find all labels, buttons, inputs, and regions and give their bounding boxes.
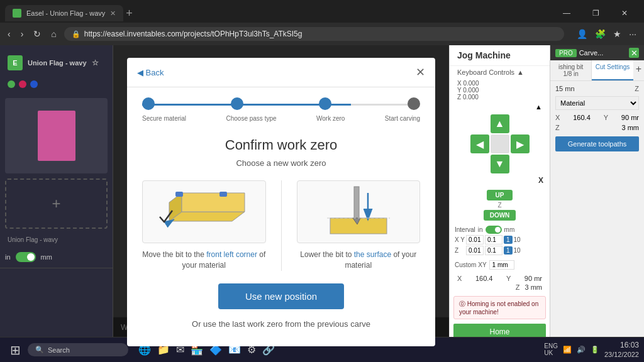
wifi-icon[interactable]: 📶 <box>563 346 572 354</box>
carve-label[interactable]: Carve... <box>579 49 604 57</box>
z-down-button[interactable]: DOWN <box>484 210 516 221</box>
step-start-carving <box>408 97 420 110</box>
x-coord-display: X 0.000 <box>457 80 542 87</box>
clock-display[interactable]: 16:03 23/12/2022 <box>604 341 639 359</box>
browser-tab[interactable]: Easel - Union Flag - wavy ✕ <box>5 5 123 21</box>
z-1-selected[interactable]: 1 <box>504 246 513 255</box>
coords-display: X 0.000 Y 0.000 Z 0.000 <box>450 79 550 102</box>
refresh-button[interactable]: ↻ <box>31 26 43 41</box>
pos-z-label: Z <box>516 283 520 291</box>
step-cards: Move the bit to the front left corner of… <box>142 180 420 271</box>
xy-001-input[interactable] <box>466 235 484 244</box>
add-cut-button[interactable]: + <box>633 60 644 80</box>
extensions-button[interactable]: 🧩 <box>592 26 608 41</box>
keyboard-controls-label: Keyboard Controls <box>457 69 514 76</box>
coord-y-label: Y <box>604 114 608 121</box>
battery-icon[interactable]: 🔋 <box>591 346 599 354</box>
use-new-position-button[interactable]: Use new position <box>218 283 344 309</box>
card2-image <box>297 180 421 243</box>
cut-settings-panel: PRO Carve... ✕ ishing bit 1/8 in Cut Set… <box>550 45 644 337</box>
y-plus-button[interactable]: ▲ <box>491 114 509 133</box>
start-button[interactable]: ⊞ <box>5 340 25 360</box>
modal-back-button[interactable]: ◀ Back <box>137 68 164 77</box>
lock-icon: 🔒 <box>72 30 80 38</box>
new-tab-button[interactable]: + <box>126 7 133 20</box>
date-display: 23/12/2022 <box>604 350 639 359</box>
keyboard-controls-toggle[interactable]: Keyboard Controls ▲ <box>450 66 550 79</box>
coord-y-val: 90 mr <box>621 114 639 121</box>
add-workpiece-button[interactable]: + <box>5 178 108 229</box>
xy-01-input[interactable] <box>485 235 502 244</box>
canvas-preview <box>5 98 108 173</box>
xy-1-selected[interactable]: 1 <box>504 236 513 244</box>
more-button[interactable]: ··· <box>626 26 639 41</box>
volume-icon[interactable]: 🔊 <box>577 346 586 354</box>
tab-cut-settings[interactable]: Cut Settings <box>592 60 633 80</box>
unit-mm-label: mm <box>41 253 52 261</box>
xy-10-label[interactable]: 10 <box>514 236 521 243</box>
tab-bit-settings[interactable]: ishing bit 1/8 in <box>550 60 592 80</box>
star-icon[interactable]: ☆ <box>92 58 99 67</box>
or-use-last-zero-text: Or use the last work zero from the previ… <box>142 319 420 336</box>
color-dots <box>0 75 113 93</box>
collapse-icon: ▲ <box>535 103 542 111</box>
z-up-button[interactable]: UP <box>487 190 513 200</box>
left-sidebar: E Union Flag - wavy ☆ + Union Flag - wav… <box>0 45 113 337</box>
minimize-button[interactable]: — <box>552 2 581 25</box>
step-label-zero: Work zero <box>316 115 345 122</box>
svg-rect-8 <box>354 187 359 218</box>
favorites-button[interactable]: ★ <box>611 26 624 41</box>
custom-xy-input[interactable] <box>489 260 514 270</box>
jog-title-row: Jog Machine <box>450 45 550 66</box>
modal-header: ◀ Back ✕ <box>127 58 435 87</box>
bit-size: 1/8 in <box>563 70 578 77</box>
cut-settings-label: Cut Settings <box>596 63 630 70</box>
url-bar[interactable]: 🔒 https://easel.inventables.com/projects… <box>64 27 565 41</box>
card-divider <box>281 180 282 271</box>
card2-svg <box>318 180 399 243</box>
position-coords: X 160.4 Y 90 mr Z 3 mm <box>450 272 550 293</box>
step-label-pass: Choose pass type <box>226 115 276 122</box>
unit-toggle[interactable] <box>16 252 36 262</box>
keyboard-layout: ENGUK <box>544 343 558 356</box>
carve-icon[interactable]: ✕ <box>629 48 639 58</box>
modal-subtitle: Choose a new work zero <box>142 158 420 168</box>
z-001-input[interactable] <box>466 246 484 255</box>
in-mm-toggle[interactable] <box>486 226 502 234</box>
home-button[interactable]: Home <box>453 324 546 337</box>
x-plus-button[interactable]: ▶ <box>511 134 530 153</box>
pos-x-label: X <box>457 275 462 282</box>
y-minus-button[interactable]: ▼ <box>491 155 509 173</box>
x-minus-button[interactable]: ◀ <box>470 134 489 153</box>
z-10-label[interactable]: 10 <box>514 247 521 254</box>
z-controls: UP Z DOWN <box>450 187 550 223</box>
z-01-input[interactable] <box>485 246 502 255</box>
close-button[interactable]: ✕ <box>610 2 639 25</box>
custom-xy-label: Custom XY <box>455 261 487 268</box>
interval-section: Interval in mm X Y 1 10 Z 1 10 <box>450 223 550 258</box>
card1-text: Move the bit to the front left corner of… <box>142 250 266 271</box>
profile-button[interactable]: 👤 <box>574 26 590 41</box>
material-select[interactable]: Material <box>555 96 639 110</box>
back-nav-button[interactable]: ‹ <box>5 26 13 41</box>
generate-toolpaths-button[interactable]: Generate toolpaths <box>555 136 639 151</box>
pos-z-value: 3 mm <box>525 283 543 291</box>
time-display: 16:03 <box>604 341 639 351</box>
taskbar-right: ENGUK 📶 🔊 🔋 16:03 23/12/2022 <box>544 341 639 359</box>
xy-label: X Y <box>455 236 465 243</box>
restore-button[interactable]: ❐ <box>581 2 610 25</box>
home-button[interactable]: ⌂ <box>48 26 58 41</box>
forward-nav-button[interactable]: › <box>18 26 26 41</box>
modal-close-button[interactable]: ✕ <box>416 65 425 79</box>
collapse-button[interactable]: ▲ <box>450 102 550 112</box>
step-secure-material <box>142 97 155 110</box>
search-icon: 🔍 <box>35 346 44 354</box>
jog-title: Jog Machine <box>457 50 511 60</box>
search-bar[interactable]: 🔍 Search <box>28 343 128 356</box>
union-flag-label: Union Flag - wavy <box>0 234 113 246</box>
tab-close-icon[interactable]: ✕ <box>110 9 116 18</box>
card1-pre: Move the bit to the <box>142 250 206 259</box>
jog-machine-panel: Jog Machine Keyboard Controls ▲ X 0.000 … <box>449 45 550 337</box>
pos-y-value: 90 mr <box>525 275 542 282</box>
bit-label: ishing bit <box>558 63 583 70</box>
